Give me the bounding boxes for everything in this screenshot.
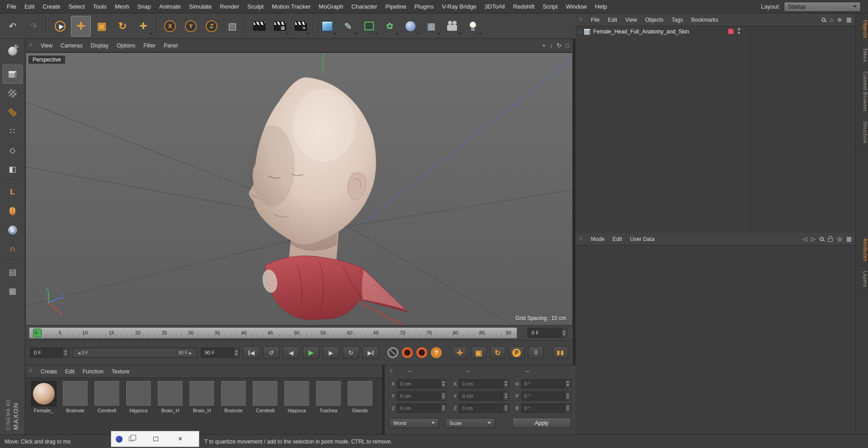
panel-handle-icon[interactable]: ⠿	[29, 368, 32, 374]
object-manager-menu-item[interactable]: Tags	[668, 17, 687, 23]
menu-item[interactable]: Simulate	[185, 0, 216, 13]
coordinate-system-button[interactable]: ▧	[222, 16, 242, 37]
enable-snap-button[interactable]: ∩	[3, 240, 23, 259]
pan-view-icon[interactable]: +	[542, 42, 546, 49]
material-thumbnail[interactable]	[158, 381, 183, 406]
key-rotation-toggle[interactable]: ↻	[490, 346, 505, 359]
floating-mini-window[interactable]: ×	[111, 431, 199, 447]
stepper-icon[interactable]	[503, 404, 509, 412]
stepper-icon[interactable]	[503, 392, 509, 400]
range-right-arrow-icon[interactable]: ▶	[189, 351, 192, 355]
viewport-3d-scene[interactable]	[26, 53, 573, 325]
expander-icon[interactable]: ∷	[578, 29, 581, 35]
attribute-manager-menu-item[interactable]: Edit	[609, 236, 626, 242]
lock-icon[interactable]	[828, 236, 833, 242]
material-thumbnail[interactable]	[253, 381, 278, 406]
coordinate-input[interactable]: 0 °	[521, 391, 571, 401]
viewport-menu-item[interactable]: Filter	[139, 42, 160, 49]
scale-mode-dropdown[interactable]: Scale	[445, 418, 495, 428]
grid-icon[interactable]: ▦	[846, 16, 852, 23]
range-end-field[interactable]: 90 F	[201, 348, 240, 358]
help-button[interactable]: ?	[431, 347, 442, 358]
material-item[interactable]: Brainste	[219, 381, 248, 413]
menu-item[interactable]: MoGraph	[315, 0, 347, 13]
next-frame-button[interactable]: ▶	[323, 346, 339, 359]
object-row[interactable]: ∷ Female_Head_Full_Anatomy_and_Skin	[576, 26, 855, 37]
coordinate-input[interactable]: 0 °	[521, 379, 571, 388]
object-manager-menu-item[interactable]: Edit	[604, 17, 621, 23]
history-back-icon[interactable]: ◁	[802, 236, 807, 242]
menu-item[interactable]: Snap	[133, 0, 155, 13]
history-forward-icon[interactable]: ▷	[811, 236, 816, 242]
keyframe-selection-button[interactable]: ▮▮	[553, 346, 568, 359]
copy-icon[interactable]	[129, 437, 133, 441]
range-start-field[interactable]: 0 F	[30, 348, 69, 358]
rotate-tool-button[interactable]: ↻	[113, 16, 132, 37]
previous-frame-button[interactable]: ◀	[283, 346, 299, 359]
menu-item[interactable]: Mesh	[111, 0, 133, 13]
stepper-icon[interactable]	[503, 380, 509, 388]
material-thumbnail[interactable]	[348, 381, 373, 406]
key-position-toggle[interactable]: ✛	[452, 346, 467, 359]
stepper-icon[interactable]	[440, 392, 446, 400]
coordinate-space-dropdown[interactable]: World	[389, 418, 439, 428]
light-button[interactable]	[463, 16, 483, 37]
material-thumbnail[interactable]	[189, 381, 215, 406]
material-item[interactable]: Trachea	[314, 381, 343, 413]
material-item[interactable]: Brain_H	[187, 381, 217, 413]
menu-item[interactable]: Edit	[20, 0, 38, 13]
autokey-button[interactable]	[387, 347, 398, 358]
viewport-solo-button[interactable]	[3, 202, 23, 221]
render-view-button[interactable]	[249, 16, 269, 37]
material-thumbnail[interactable]	[63, 381, 88, 406]
coordinate-input[interactable]: 0 cm	[459, 391, 509, 401]
last-tool-button[interactable]: ✛	[133, 16, 153, 37]
planar-workplane-button[interactable]: ▦	[3, 282, 23, 301]
viewport-camera-label[interactable]: Perspective	[28, 56, 65, 64]
texture-mode-button[interactable]	[3, 84, 23, 103]
goto-start-button[interactable]: ◀	[243, 346, 259, 359]
coordinate-input[interactable]: 0 cm	[459, 379, 509, 388]
stepper-icon[interactable]	[233, 348, 239, 357]
coordinate-input[interactable]: 0 cm	[459, 404, 509, 413]
edges-mode-button[interactable]: ◇	[3, 141, 23, 160]
attribute-manager-menu-item[interactable]: Mode	[587, 236, 609, 242]
panel-handle-icon[interactable]: ⠿	[29, 42, 32, 48]
menu-item[interactable]: 3DToAll	[481, 0, 509, 13]
close-icon[interactable]: ×	[178, 435, 182, 443]
menu-item[interactable]: Script	[538, 0, 561, 13]
material-item[interactable]: Brain_H	[156, 381, 185, 413]
apply-button[interactable]: Apply	[512, 418, 571, 428]
menu-item[interactable]: Character	[347, 0, 381, 13]
key-scale-toggle[interactable]: ▣	[471, 346, 486, 359]
object-manager-menu-item[interactable]: View	[621, 17, 641, 23]
focus-icon[interactable]: ◎	[837, 236, 842, 242]
floor-button[interactable]: ▦	[421, 16, 441, 37]
make-editable-button[interactable]	[3, 42, 23, 61]
toggle-view-icon[interactable]: □	[566, 42, 569, 49]
range-left-arrow-icon[interactable]: ◀	[77, 351, 80, 355]
material-item[interactable]: Brainste	[61, 381, 90, 413]
menu-item[interactable]: Window	[562, 0, 591, 13]
enable-axis-button[interactable]: L	[3, 183, 23, 202]
lock-y-axis-button[interactable]: Y	[181, 16, 201, 37]
texture-tag-icon[interactable]	[728, 28, 734, 34]
material-menu-item[interactable]: Create	[37, 368, 61, 375]
material-item[interactable]: Glands	[345, 381, 375, 413]
material-menu-item[interactable]: Edit	[61, 368, 79, 375]
material-item[interactable]: Cerebell	[250, 381, 280, 413]
record-objects-button[interactable]	[416, 347, 427, 358]
stepper-icon[interactable]	[565, 380, 571, 388]
menu-item[interactable]: Create	[38, 0, 64, 13]
menu-item[interactable]: File	[3, 0, 20, 13]
viewport-menu-item[interactable]: Display	[87, 42, 113, 49]
material-item[interactable]: Cerebell	[92, 381, 122, 413]
camera-button[interactable]	[442, 16, 462, 37]
material-menu-item[interactable]: Function	[79, 368, 108, 375]
snap-settings-button[interactable]: S	[3, 221, 23, 240]
material-thumbnail[interactable]	[126, 381, 151, 406]
add-cube-button[interactable]	[317, 16, 337, 37]
polygons-mode-button[interactable]: ◧	[3, 160, 23, 179]
scale-tool-button[interactable]: ▣	[92, 16, 112, 37]
flesh-collar[interactable]	[265, 256, 408, 320]
